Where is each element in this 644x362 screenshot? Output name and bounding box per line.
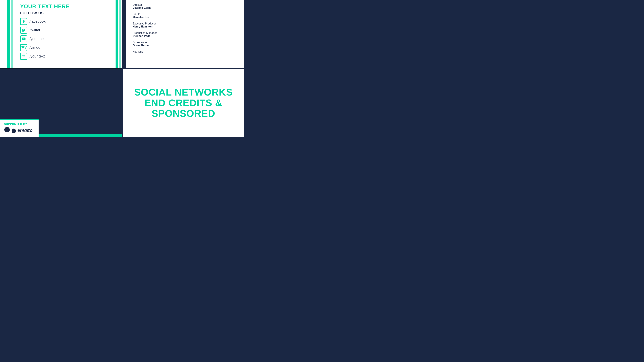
credit-name-exec-producer: Henry Hamilton [133, 25, 239, 28]
credit-role-prod-manager: Production Manager [133, 31, 239, 34]
credit-production-manager: Production Manager Stephen Page [133, 31, 239, 37]
credit-name-director: Vladimir Zorin [133, 6, 239, 9]
youtube-icon [22, 37, 26, 41]
credit-role-key-grip: Key Grip [133, 50, 239, 53]
social-item-facebook[interactable]: /facebook [20, 18, 115, 25]
green-bottom-bar [38, 134, 122, 137]
right-bar1 [116, 0, 118, 68]
social-item-twitter[interactable]: /twitter [20, 27, 115, 34]
supported-by-label: SUPPORTED BY [4, 123, 34, 126]
vimeo-icon [21, 45, 25, 50]
left-vertical-bar [7, 0, 10, 68]
top-left-panel: YOUR TEXT HERE FOLLOW US /facebook /twit… [0, 0, 122, 68]
logo-text: YOURLOGO [22, 55, 26, 57]
main-heading: YOUR TEXT HERE [20, 3, 70, 9]
social-item-custom[interactable]: YOURLOGO /your text [20, 53, 115, 60]
vimeo-label: /vimeo [30, 45, 40, 50]
credits-left-bar [122, 0, 126, 68]
credit-name-prod-manager: Stephen Page [133, 34, 239, 37]
envato-text: envato [18, 128, 32, 133]
logo-icon-box: YOURLOGO [20, 53, 27, 60]
main-container: YOUR TEXT HERE FOLLOW US /facebook /twit… [0, 0, 244, 137]
envato-logo: ⬟ envato [4, 127, 34, 134]
main-title-line1: SOCIAL NETWORKS [134, 87, 233, 97]
follow-us-heading: FOLLOW US [20, 11, 44, 15]
social-list: /facebook /twitter /youtube V /vim [14, 18, 115, 61]
top-right-panel: Director Vladimir Zorin D.O.P Mike Jacob… [122, 0, 244, 68]
envato-icon: ⬟ [4, 127, 16, 134]
facebook-label: /facebook [30, 19, 46, 24]
twitter-icon-box [20, 27, 27, 34]
left-vertical-bar-accent [12, 0, 13, 68]
vimeo-icon-box: V [20, 44, 27, 51]
main-title-line3: SPONSORED [152, 108, 215, 119]
credit-role-dop: D.O.P [133, 13, 239, 16]
supported-by-box: SUPPORTED BY ⬟ envato [0, 119, 38, 137]
youtube-icon-box [20, 35, 27, 42]
credit-executive-producer: Executive Producer Henry Hamilton [133, 22, 239, 28]
facebook-icon-box [20, 18, 27, 25]
main-title: SOCIAL NETWORKS END CREDITS & SPONSORED [134, 87, 233, 119]
credit-name-dop: Mike Jacobs [133, 16, 239, 19]
envato-leaf-icon [4, 127, 10, 133]
credit-key-grip: Key Grip [133, 50, 239, 53]
credit-role-screenwriter: Screenwriter [133, 41, 239, 44]
bottom-right-panel: SOCIAL NETWORKS END CREDITS & SPONSORED [122, 68, 244, 137]
youtube-label: /youtube [30, 37, 44, 41]
credit-dop: D.O.P Mike Jacobs [133, 13, 239, 19]
main-title-line2: END CREDITS & [144, 97, 222, 108]
credit-director: Director Vladimir Zorin [133, 3, 239, 9]
twitter-label: /twitter [30, 28, 40, 32]
twitter-icon [22, 28, 26, 32]
credit-role-exec-producer: Executive Producer [133, 22, 239, 25]
social-item-youtube[interactable]: /youtube [20, 35, 115, 42]
credit-screenwriter: Screenwriter Oliver Barnett [133, 41, 239, 47]
facebook-icon [22, 19, 26, 23]
social-item-vimeo[interactable]: V /vimeo [20, 44, 115, 51]
bottom-left-panel: SUPPORTED BY ⬟ envato [0, 68, 122, 137]
svg-point-1 [5, 128, 9, 132]
right-bar2 [119, 0, 120, 68]
credit-name-screenwriter: Oliver Barnett [133, 44, 239, 47]
custom-label: /your text [30, 54, 44, 58]
credit-role-director: Director [133, 3, 239, 6]
